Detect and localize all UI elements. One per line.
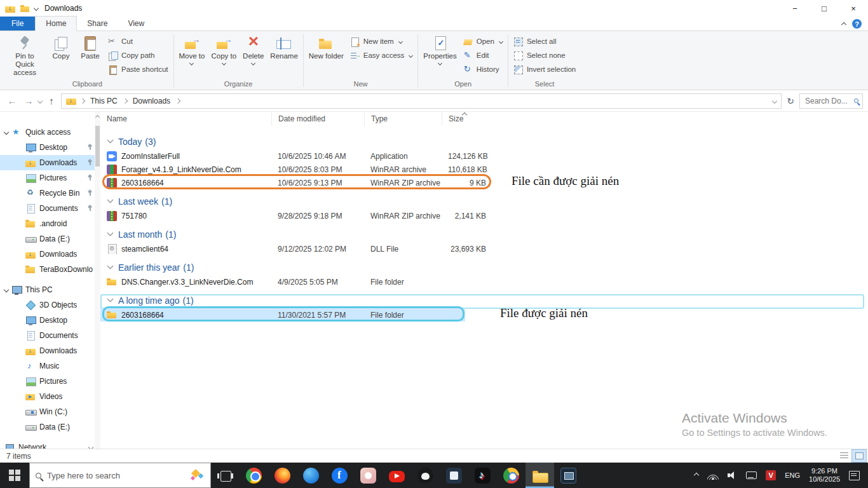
breadcrumb-separator-icon[interactable] [175, 98, 180, 103]
maximize-button[interactable]: □ [810, 0, 839, 17]
sidebar-item-downloads[interactable]: Downloads [0, 247, 100, 262]
sidebar-item-3d-objects[interactable]: 3D Objects [0, 297, 100, 313]
breadcrumb-separator-icon[interactable] [122, 98, 127, 103]
chevron-down-icon[interactable] [107, 230, 114, 236]
clock[interactable]: 9:26 PM 10/6/2025 [804, 463, 844, 488]
volume-button[interactable] [723, 463, 742, 488]
chevron-down-icon[interactable] [107, 137, 114, 144]
search-input[interactable] [804, 96, 851, 106]
tab-home[interactable]: Home [35, 16, 77, 31]
dropdown-icon[interactable] [409, 53, 413, 57]
network-button[interactable] [703, 463, 723, 488]
column-header-size[interactable]: Size [442, 112, 496, 126]
up-button[interactable]: ↑ [44, 94, 58, 108]
breadcrumb-this-pc[interactable]: This PC [89, 96, 119, 106]
group-header-a-long-time-ago[interactable]: A long time ago(1) [100, 292, 868, 308]
sidebar-item-data-e[interactable]: Data (E:) [0, 419, 100, 435]
group-header-last-week[interactable]: Last week(1) [100, 193, 868, 209]
breadcrumb-separator-icon[interactable] [80, 98, 85, 103]
folder-icon[interactable] [20, 4, 29, 13]
back-button[interactable]: ← [5, 94, 19, 108]
file-explorer-button[interactable] [526, 463, 554, 488]
invert-selection-button[interactable]: Invert selection [510, 63, 579, 76]
task-view-button[interactable] [211, 463, 240, 488]
sidebar-item-downloads[interactable]: Downloads [0, 343, 100, 358]
sidebar-item-desktop[interactable]: Desktop [0, 313, 100, 328]
easy-access-button[interactable]: Easy access [347, 49, 416, 62]
minimize-button[interactable]: − [780, 0, 810, 17]
refresh-button[interactable]: ↻ [784, 94, 797, 108]
select-all-button[interactable]: Select all [510, 35, 579, 48]
breadcrumb-downloads[interactable]: Downloads [132, 96, 172, 106]
tray-expand-button[interactable] [690, 463, 703, 488]
dropdown-icon[interactable] [189, 61, 194, 65]
file-row-zoominstallerfull[interactable]: ZoomInstallerFull10/6/2025 10:46 AMAppli… [100, 149, 868, 163]
sidebar-item-videos[interactable]: Videos [0, 389, 100, 404]
tab-share[interactable]: Share [77, 17, 118, 30]
sidebar-item-documents[interactable]: Documents [0, 201, 100, 216]
close-button[interactable]: × [839, 0, 868, 17]
file-row-2603168664[interactable]: 260316866411/30/2021 5:57 PMFile folder [100, 308, 868, 322]
unikey-button[interactable]: V [761, 463, 780, 488]
file-row-steamclient64[interactable]: steamclient649/12/2025 12:02 PMDLL File2… [100, 242, 868, 255]
file-row-dns-changer-v3-3-linkneverdie-com[interactable]: DNS.Changer.v3.3_LinkNeverDie.Com4/9/202… [100, 275, 868, 288]
new-item-button[interactable]: New item [347, 35, 416, 48]
dark-app-button[interactable] [411, 463, 440, 488]
dropdown-icon[interactable] [251, 61, 255, 65]
sidebar-item-documents[interactable]: Documents [0, 328, 100, 343]
cut-button[interactable]: Cut [105, 35, 172, 48]
camera-app-button[interactable] [440, 463, 468, 488]
dropdown-icon[interactable] [398, 39, 403, 43]
new-folder-button[interactable]: New folder [306, 33, 347, 61]
facebook-button[interactable] [325, 463, 354, 488]
details-view-button[interactable] [836, 449, 851, 463]
sidebar-item-pictures[interactable]: Pictures [0, 170, 100, 186]
column-header-date-modified[interactable]: Date modified [271, 112, 364, 126]
tab-view[interactable]: View [118, 17, 154, 30]
window-app-button[interactable] [554, 463, 583, 488]
dropdown-icon[interactable] [438, 61, 442, 65]
copy-path-button[interactable]: Copy path [105, 49, 172, 62]
select-none-button[interactable]: Select none [510, 49, 579, 62]
file-row-forager-v4-1-9-linkneverdie-com[interactable]: Forager_v4.1.9_LinkNeverDie.Com10/6/2025… [100, 163, 868, 176]
column-header-name[interactable]: Name [100, 112, 271, 126]
tiktok-button[interactable] [468, 463, 497, 488]
firefox-button[interactable] [268, 463, 297, 488]
address-history-dropdown-icon[interactable] [772, 98, 777, 103]
sidebar-item-android[interactable]: .android [0, 216, 100, 231]
blue-app-button[interactable] [297, 463, 325, 488]
paste-button[interactable]: Paste [76, 33, 105, 61]
column-header-type[interactable]: Type [364, 112, 442, 126]
rename-button[interactable]: Rename [267, 33, 301, 61]
scroll-up-icon[interactable] [95, 115, 100, 119]
action-center-button[interactable] [844, 463, 864, 488]
history-button[interactable]: History [460, 63, 506, 76]
open-button[interactable]: Open [460, 35, 506, 48]
help-icon[interactable]: ? [852, 19, 862, 29]
copy-button[interactable]: Copy [46, 33, 76, 61]
tab-file[interactable]: File [0, 17, 35, 30]
paste-shortcut-button[interactable]: Paste shortcut [105, 63, 172, 76]
file-row-2603168664[interactable]: 260316866410/6/2025 9:13 PMWinRAR ZIP ar… [100, 176, 868, 189]
chrome-button[interactable] [240, 463, 268, 488]
chevron-down-icon[interactable] [88, 445, 93, 449]
sidebar-item-this-pc[interactable]: This PC [0, 282, 100, 297]
language-indicator[interactable]: ENG [780, 463, 804, 488]
chevron-down-icon[interactable] [107, 197, 114, 203]
sidebar-item-data-e[interactable]: Data (E:) [0, 231, 100, 247]
file-row-751780[interactable]: 7517809/28/2025 9:18 PMWinRAR ZIP archiv… [100, 209, 868, 222]
sidebar-item-pictures[interactable]: Pictures [0, 374, 100, 389]
taskbar-search-input[interactable] [46, 470, 185, 481]
group-header-last-month[interactable]: Last month(1) [100, 226, 868, 242]
recent-locations-icon[interactable] [37, 98, 43, 103]
chevron-down-icon[interactable] [4, 287, 9, 292]
pin-to-quick-access-button[interactable]: Pin to Quick access [3, 33, 46, 78]
start-button[interactable] [0, 463, 29, 488]
sidebar-item-downloads[interactable]: Downloads [0, 155, 100, 170]
delete-button[interactable]: Delete [240, 33, 267, 65]
sidebar-item-teraboxdownload[interactable]: TeraBoxDownload [0, 262, 100, 277]
sidebar-item-music[interactable]: Music [0, 358, 100, 374]
edit-button[interactable]: Edit [460, 49, 506, 62]
chevron-down-icon[interactable] [107, 263, 114, 269]
sidebar-item-quick-access[interactable]: Quick access [0, 125, 100, 140]
